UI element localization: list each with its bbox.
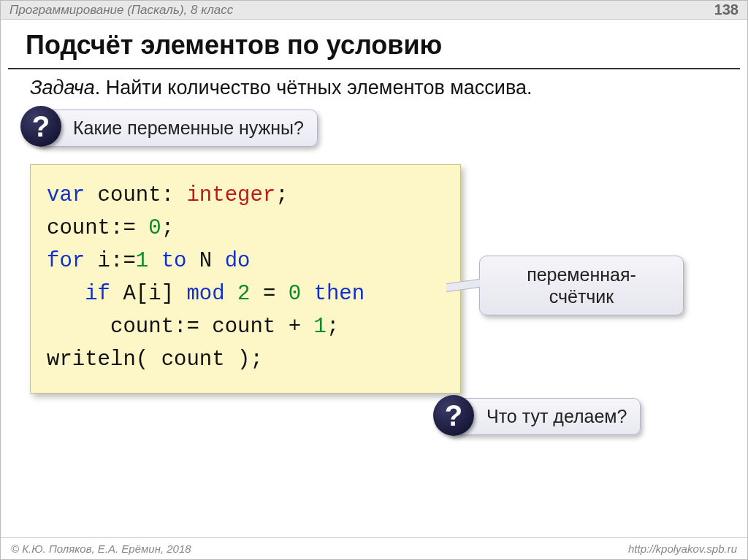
question-2: ? Что тут делаем? bbox=[446, 398, 641, 435]
kw-to: to bbox=[161, 249, 187, 273]
copyright: © К.Ю. Поляков, Е.А. Ерёмин, 2018 bbox=[11, 542, 191, 555]
page-title: Подсчёт элементов по условию bbox=[1, 20, 747, 68]
question-mark-icon: ? bbox=[433, 395, 474, 436]
topbar: Программирование (Паскаль), 8 класс 138 bbox=[1, 1, 747, 20]
question-2-text: Что тут делаем? bbox=[486, 406, 627, 427]
counter-label-callout: переменная- счётчик bbox=[479, 256, 684, 315]
problem-label: Задача bbox=[30, 77, 95, 99]
footer: © К.Ю. Поляков, Е.А. Ерёмин, 2018 http:/… bbox=[1, 537, 747, 559]
counter-label-line1: переменная- bbox=[489, 264, 674, 285]
question-2-callout: Что тут делаем? bbox=[446, 398, 641, 435]
question-mark-icon: ? bbox=[20, 106, 61, 147]
kw-then: then bbox=[314, 282, 365, 306]
page-number: 138 bbox=[714, 1, 739, 18]
slide: Программирование (Паскаль), 8 класс 138 … bbox=[0, 0, 748, 560]
course-label: Программирование (Паскаль), 8 класс bbox=[9, 3, 233, 18]
source-url: http://kpolyakov.spb.ru bbox=[628, 542, 737, 555]
question-1: ? Какие переменные нужны? bbox=[36, 110, 718, 147]
code-line-5: count:= count + 1; bbox=[47, 311, 444, 344]
code-line-3: for i:=1 to N do bbox=[47, 245, 444, 278]
code-line-6: writeln( count ); bbox=[47, 344, 444, 377]
kw-if: if bbox=[85, 282, 110, 306]
code-line-4: if A[i] mod 2 = 0 then bbox=[47, 278, 444, 311]
kw-mod: mod bbox=[186, 282, 224, 306]
body: ? Какие переменные нужны? var count: int… bbox=[1, 110, 747, 394]
problem-statement: Задача. Найти количество чётных элементо… bbox=[1, 74, 747, 110]
question-1-callout: ? Какие переменные нужны? bbox=[36, 110, 318, 147]
question-1-text: Какие переменные нужны? bbox=[73, 118, 304, 139]
kw-for: for bbox=[47, 249, 85, 273]
kw-var: var bbox=[47, 183, 85, 207]
kw-do: do bbox=[225, 249, 251, 273]
counter-label-line2: счётчик bbox=[489, 285, 674, 307]
code-line-2: count:= 0; bbox=[47, 212, 444, 245]
problem-text: . Найти количество чётных элементов масс… bbox=[95, 77, 533, 99]
title-underline bbox=[8, 68, 740, 69]
code-line-1: var count: integer; bbox=[47, 180, 444, 212]
code-block: var count: integer; count:= 0; for i:=1 … bbox=[30, 164, 461, 394]
kw-integer: integer bbox=[186, 183, 275, 207]
